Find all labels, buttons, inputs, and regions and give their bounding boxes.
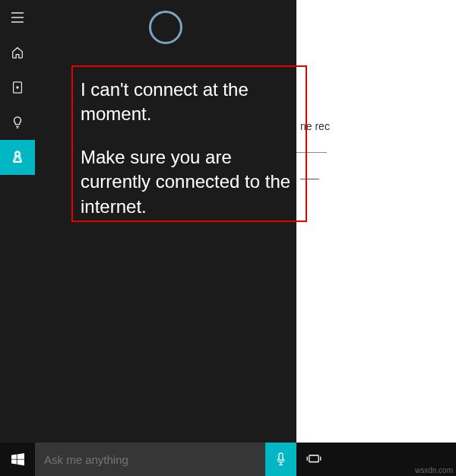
start-button[interactable] — [0, 443, 35, 476]
cortana-search-box[interactable] — [35, 443, 265, 476]
notebook-icon — [11, 81, 24, 94]
cortana-content: I can't connect at the moment. Make sure… — [35, 0, 296, 443]
home-icon — [11, 46, 24, 59]
svg-point-2 — [16, 152, 20, 156]
svg-point-1 — [17, 87, 18, 88]
error-message-highlight: I can't connect at the moment. Make sure… — [71, 65, 307, 222]
hamburger-menu-button[interactable] — [0, 0, 35, 35]
tips-button[interactable] — [0, 105, 35, 140]
svg-rect-3 — [279, 452, 283, 460]
notebook-button[interactable] — [0, 70, 35, 105]
svg-rect-4 — [309, 455, 318, 462]
search-input[interactable] — [44, 453, 256, 466]
task-view-icon — [306, 454, 322, 465]
task-view-button[interactable] — [296, 443, 331, 476]
windows-icon — [11, 453, 24, 466]
taskbar — [0, 443, 456, 476]
bulb-icon — [11, 116, 24, 129]
error-message-line2: Make sure you are currently connected to… — [81, 145, 298, 219]
watermark: wsxdn.com — [415, 466, 453, 474]
cortana-logo-icon — [149, 11, 182, 44]
error-message-line1: I can't connect at the moment. — [81, 78, 298, 127]
microphone-button[interactable] — [265, 443, 296, 476]
cortana-sidebar — [0, 0, 35, 443]
cortana-panel: I can't connect at the moment. Make sure… — [0, 0, 296, 443]
hamburger-icon — [10, 10, 25, 25]
microphone-icon — [275, 452, 287, 467]
feedback-button[interactable] — [0, 140, 35, 175]
feedback-icon — [11, 151, 24, 164]
home-button[interactable] — [0, 35, 35, 70]
